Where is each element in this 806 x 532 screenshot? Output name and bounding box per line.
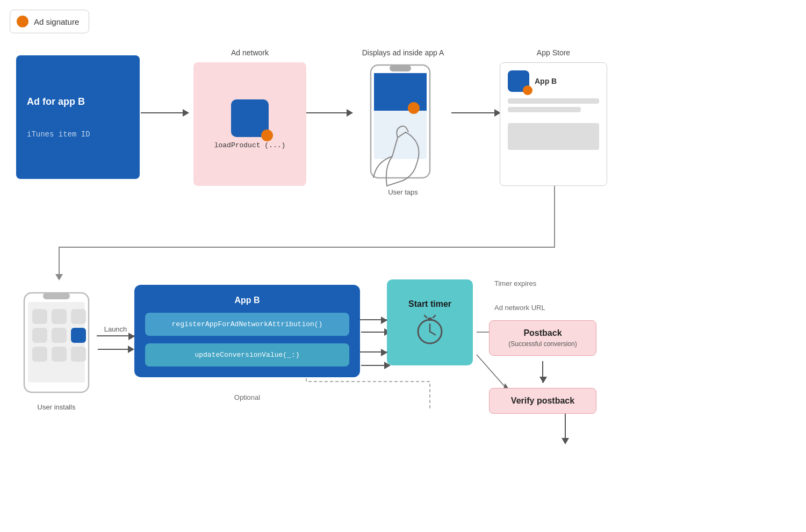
app-store-label: App Store: [537, 48, 570, 57]
postback-sub: (Successful conversion): [498, 340, 587, 348]
svg-rect-35: [52, 328, 67, 343]
svg-line-44: [424, 315, 427, 318]
svg-rect-39: [71, 347, 86, 362]
svg-rect-43: [428, 318, 432, 321]
svg-rect-30: [43, 293, 70, 299]
appb-col: App B registerAppForAdNetworkAttribution…: [134, 285, 360, 401]
verify-box: Verify postback: [489, 388, 596, 414]
network-box: loadProduct (...): [193, 62, 306, 186]
timer-box: Start timer: [387, 279, 473, 365]
launch-arrow-wrap: Launch: [97, 325, 134, 336]
func-arrows: [360, 304, 387, 368]
phone-display: User taps: [355, 62, 451, 186]
svg-rect-31: [32, 309, 47, 324]
ad-network-url-label: Ad network URL: [494, 304, 545, 312]
postback-col: Timer expires Ad network URL Postback (S…: [489, 279, 596, 414]
top-row: Ad for app B iTunes item ID Ad network l…: [16, 48, 790, 186]
svg-line-45: [433, 315, 435, 318]
func-arrow-1: [360, 319, 387, 320]
legend-dot: [17, 16, 28, 27]
svg-rect-33: [71, 309, 86, 324]
timer-col: Start timer: [387, 279, 473, 365]
ad-box: Ad for app B iTunes item ID: [16, 55, 140, 179]
gray-block: [508, 123, 599, 150]
optional-label: Optional: [234, 393, 260, 401]
launch-label: Launch: [104, 325, 127, 333]
user-installs-label: User installs: [38, 403, 76, 411]
phone2-svg: [16, 290, 97, 398]
verify-title: Verify postback: [498, 396, 587, 406]
network-box-square: [231, 99, 269, 137]
appstore-app-title: App B: [535, 77, 557, 85]
svg-rect-36: [71, 328, 86, 343]
launch-arrow-line: [97, 335, 134, 336]
svg-rect-26: [390, 65, 411, 71]
down-arrow-head: [539, 377, 547, 383]
register-func-text: registerAppForAdNetworkAttribution(): [172, 320, 323, 328]
appstore-box: App B: [500, 62, 607, 186]
svg-point-27: [408, 102, 420, 114]
ad-box-title: Ad for app B: [27, 96, 85, 108]
timer-label: Start timer: [408, 299, 451, 309]
launch-arrow-head: [128, 333, 135, 340]
bottom-row: User installs Launch App B registerAppFo…: [16, 274, 790, 414]
phone-col: Displays ad inside app A User taps: [355, 48, 451, 186]
spacer-1: [508, 116, 599, 120]
appb-box-title: App B: [145, 296, 349, 305]
network-col: Ad network loadProduct (...): [193, 48, 306, 186]
update-func-box: updateConversionValue(_:): [145, 343, 349, 366]
func-arrow-1-head: [381, 317, 387, 324]
legend-label: Ad signature: [34, 17, 79, 26]
register-func-box: registerAppForAdNetworkAttribution(): [145, 313, 349, 336]
postback-title: Postback: [498, 328, 587, 338]
legend: Ad signature: [10, 10, 89, 33]
svg-rect-38: [52, 347, 67, 362]
appstore-col: App Store App B: [500, 48, 607, 186]
appstore-top: App B: [508, 70, 599, 92]
timer-icon: [414, 313, 446, 346]
down-arrow-line: [542, 361, 543, 383]
postback-box: Postback (Successful conversion): [489, 320, 596, 356]
update-func-text: updateConversionValue(_:): [195, 351, 299, 359]
phone2-col: User installs: [16, 290, 97, 411]
svg-marker-16: [562, 438, 569, 444]
gray-line-2: [508, 107, 581, 112]
svg-line-42: [430, 332, 435, 335]
appb-box: App B registerAppForAdNetworkAttribution…: [134, 285, 360, 377]
func-arrow-2-head: [381, 349, 387, 356]
ad-box-subtitle: iTunes item ID: [27, 130, 90, 139]
gray-line-1: [508, 98, 599, 104]
displays-ad-label: Displays ad inside app A: [362, 48, 444, 57]
appstore-icon: [508, 70, 529, 92]
timer-expires-label: Timer expires: [494, 279, 536, 287]
network-box-label: loadProduct (...): [214, 141, 286, 149]
ad-network-label: Ad network: [231, 48, 269, 57]
svg-rect-32: [52, 309, 67, 324]
svg-rect-34: [32, 328, 47, 343]
func-arrow-2: [360, 351, 387, 353]
ad-signature-dot-1: [261, 130, 273, 141]
svg-rect-37: [32, 347, 47, 362]
ad-signature-dot-2: [523, 85, 532, 95]
